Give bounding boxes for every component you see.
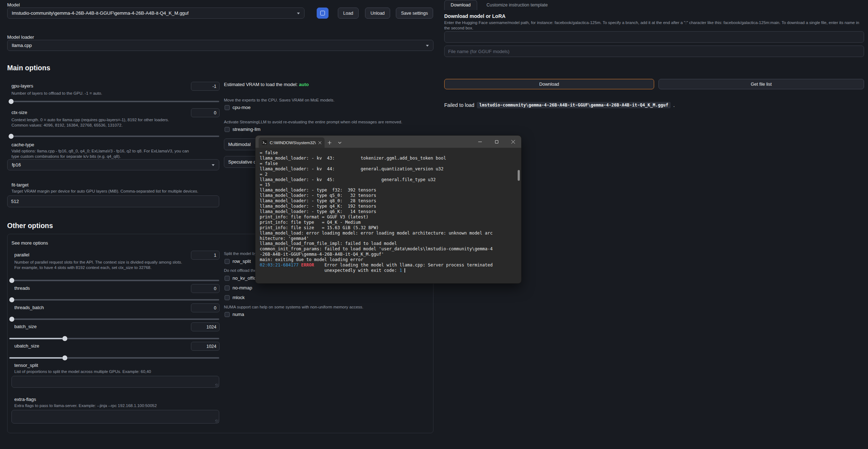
download-button[interactable]: Download xyxy=(444,79,654,89)
cpu-moe-desc: Move the experts to the CPU. Saves VRAM … xyxy=(224,98,425,103)
fit-target-desc: Target VRAM margin per device for auto G… xyxy=(11,189,216,194)
checkbox-box xyxy=(225,285,230,290)
cache-type-desc: Valid options: llama.cpp - fp16, q8_0, q… xyxy=(11,148,198,159)
extra-flags-label: extra-flags xyxy=(14,397,36,402)
slider-track xyxy=(9,136,219,137)
model-dropdown[interactable]: lmstudio-community\gemma-4-26B-A4B-it-GG… xyxy=(7,8,304,19)
slider-track xyxy=(9,318,219,320)
main-options-heading: Main options xyxy=(7,64,50,72)
terminal-window: C:\WINDOWS\system32\cmd. xyxy=(255,135,522,284)
tab-close-icon[interactable] xyxy=(318,141,321,144)
chevron-down-icon xyxy=(426,45,429,47)
save-settings-button[interactable]: Save settings xyxy=(396,8,433,19)
file-name-input[interactable] xyxy=(444,46,864,57)
chevron-down-icon xyxy=(297,13,300,14)
threads-slider[interactable] xyxy=(9,297,219,302)
row-split-checkbox[interactable]: row_split xyxy=(225,259,251,264)
ctx-size-slider[interactable] xyxy=(9,134,219,139)
gpu-layers-slider[interactable] xyxy=(9,99,219,104)
new-tab-button[interactable] xyxy=(325,137,335,148)
slider-knob[interactable] xyxy=(9,317,14,322)
slider-track xyxy=(9,101,219,102)
model-loader-dropdown[interactable]: llama.cpp xyxy=(7,40,433,51)
slider-track xyxy=(9,280,219,281)
load-button[interactable]: Load xyxy=(338,8,359,19)
tab-customize-instruction-template[interactable]: Customize instruction template xyxy=(486,3,548,8)
ctx-size-input[interactable] xyxy=(191,108,220,117)
error-suffix: . xyxy=(673,102,675,108)
see-more-options-header[interactable]: See more options xyxy=(11,240,48,246)
row-split-checkbox-label: row_split xyxy=(232,259,251,264)
parallel-input[interactable] xyxy=(191,251,220,260)
model-loader-value: llama.cpp xyxy=(12,43,32,48)
gpu-layers-label: gpu-layers xyxy=(11,83,33,89)
mlock-checkbox-label: mlock xyxy=(232,295,245,300)
tab-dropdown-button[interactable] xyxy=(335,137,345,148)
checkbox-box xyxy=(225,312,230,317)
terminal-tab[interactable]: C:\WINDOWS\system32\cmd. xyxy=(259,137,325,148)
model-path-input[interactable] xyxy=(444,31,864,43)
refresh-model-list-button[interactable] xyxy=(317,8,329,19)
close-button[interactable] xyxy=(505,136,521,148)
fit-target-input[interactable] xyxy=(7,195,219,207)
chevron-down-icon xyxy=(338,142,341,144)
download-instructions: Enter the Hugging Face username/model pa… xyxy=(444,20,862,31)
extra-flags-input[interactable] xyxy=(11,410,219,424)
terminal-scrollbar[interactable] xyxy=(518,170,520,181)
terminal-titlebar[interactable]: C:\WINDOWS\system32\cmd. xyxy=(255,136,521,148)
download-panel: Download Customize instruction template … xyxy=(444,0,864,122)
slider-knob[interactable] xyxy=(62,355,67,360)
slider-knob[interactable] xyxy=(9,297,14,302)
tensor-split-desc: List of proportions to split the model a… xyxy=(14,369,215,374)
numa-checkbox[interactable]: numa xyxy=(225,312,244,317)
minimize-button[interactable] xyxy=(472,136,488,148)
tab-download[interactable]: Download xyxy=(444,0,477,10)
slider-knob[interactable] xyxy=(9,99,14,104)
batch-size-input[interactable] xyxy=(191,322,220,331)
vram-estimate-value: auto xyxy=(299,82,309,87)
resize-grip-icon[interactable] xyxy=(215,420,219,423)
parallel-desc: Number of parallel request slots for the… xyxy=(14,260,186,270)
terminal-output[interactable]: = falsellama_model_loader: - kv 43: toke… xyxy=(255,148,521,281)
threads-batch-slider[interactable] xyxy=(9,317,219,322)
unload-button[interactable]: Unload xyxy=(365,8,390,19)
no-mmap-checkbox[interactable]: no-mmap xyxy=(225,285,252,290)
multimodal-accordion-label: Multimodal xyxy=(228,142,251,147)
slider-knob[interactable] xyxy=(62,336,67,341)
batch-size-slider[interactable] xyxy=(9,336,219,341)
mlock-checkbox[interactable]: mlock xyxy=(225,295,245,300)
ctx-size-desc: Context length. 0 = auto for llama.cpp (… xyxy=(11,117,183,128)
cmd-icon xyxy=(262,140,267,145)
maximize-icon xyxy=(495,140,498,143)
model-loader-label: Model loader xyxy=(7,34,34,40)
model-dropdown-value: lmstudio-community\gemma-4-26B-A4B-it-GG… xyxy=(12,10,188,16)
maximize-button[interactable] xyxy=(488,136,505,148)
slider-knob[interactable] xyxy=(9,278,14,283)
cpu-moe-checkbox-label: cpu-moe xyxy=(232,105,251,110)
streaming-llm-checkbox-label: streaming-llm xyxy=(232,127,260,132)
tensor-split-input[interactable] xyxy=(11,376,219,388)
chevron-down-icon xyxy=(212,164,215,166)
batch-size-label: batch_size xyxy=(14,324,37,329)
numa-checkbox-label: numa xyxy=(232,312,244,317)
terminal-tab-title: C:\WINDOWS\system32\cmd. xyxy=(270,141,316,145)
ubatch-size-slider[interactable] xyxy=(9,355,219,360)
resize-grip-icon[interactable] xyxy=(215,384,219,387)
get-file-list-button[interactable]: Get file list xyxy=(658,79,864,89)
cache-type-value: fp16 xyxy=(12,162,21,167)
threads-batch-input[interactable] xyxy=(191,303,220,312)
parallel-label: parallel xyxy=(14,252,29,257)
cpu-moe-checkbox[interactable]: cpu-moe xyxy=(225,105,251,110)
threads-input[interactable] xyxy=(191,284,220,293)
checkbox-box xyxy=(225,105,230,110)
failed-to-load-message: Failed to load lmstudio-community\gemma-… xyxy=(444,102,675,108)
gpu-layers-input[interactable] xyxy=(191,82,220,91)
ubatch-size-input[interactable] xyxy=(191,342,220,351)
download-heading: Download model or LoRA xyxy=(444,13,505,19)
cache-type-dropdown[interactable]: fp16 xyxy=(7,159,219,170)
slider-knob[interactable] xyxy=(9,134,14,139)
no-mmap-checkbox-label: no-mmap xyxy=(232,285,252,290)
streaming-llm-checkbox[interactable]: streaming-llm xyxy=(225,127,260,132)
model-label: Model xyxy=(7,2,20,8)
parallel-slider[interactable] xyxy=(9,278,219,283)
